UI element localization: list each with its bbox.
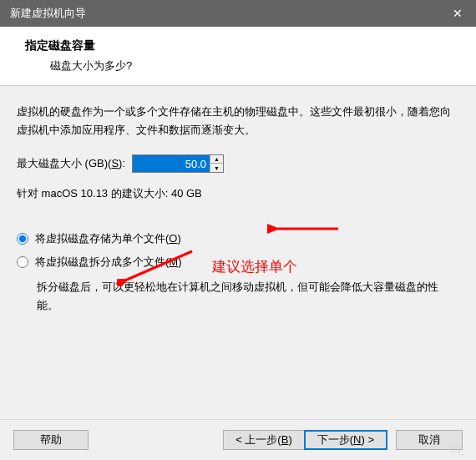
radio-split-files[interactable]: 将虚拟磁盘拆分成多个文件(M) [17,255,459,270]
button-bar: 帮助 < 上一步(B) 下一步(N) > 取消 [0,419,476,460]
suggested-size-text: 针对 macOS 10.13 的建议大小: 40 GB [17,186,459,201]
spinner-down-icon[interactable]: ▼ [210,164,223,172]
help-button[interactable]: 帮助 [13,430,89,450]
radio-split-files-input[interactable] [17,256,28,268]
title-bar: 新建虚拟机向导 ✕ [0,0,476,27]
disk-size-spinner: ▲ ▼ [132,154,224,173]
disk-size-row: 最大磁盘大小 (GB)(S): ▲ ▼ [17,154,459,173]
radio-single-file-input[interactable] [17,233,28,245]
cancel-button[interactable]: 取消 [396,430,463,450]
storage-option-group: 将虚拟磁盘存储为单个文件(O) 将虚拟磁盘拆分成多个文件(M) 拆分磁盘后，可以… [17,231,459,315]
page-title: 指定磁盘容量 [25,38,459,53]
split-description: 拆分磁盘后，可以更轻松地在计算机之间移动虚拟机，但可能会降低大容量磁盘的性能。 [37,278,459,315]
back-button[interactable]: < 上一步(B) [223,430,305,450]
radio-split-files-label: 将虚拟磁盘拆分成多个文件(M) [35,255,182,270]
disk-size-input[interactable] [133,155,210,172]
disk-size-label: 最大磁盘大小 (GB)(S): [17,156,125,171]
wizard-header: 指定磁盘容量 磁盘大小为多少? [0,27,476,86]
next-button[interactable]: 下一步(N) > [304,430,387,450]
page-subtitle: 磁盘大小为多少? [50,58,459,73]
close-icon[interactable]: ✕ [438,0,476,27]
radio-single-file[interactable]: 将虚拟磁盘存储为单个文件(O) [17,231,459,246]
radio-single-file-label: 将虚拟磁盘存储为单个文件(O) [35,231,181,246]
content-area: 虚拟机的硬盘作为一个或多个文件存储在主机的物理磁盘中。这些文件最初很小，随着您向… [0,86,476,437]
spinner-buttons: ▲ ▼ [210,155,223,172]
window-title: 新建虚拟机向导 [10,6,86,21]
description-text: 虚拟机的硬盘作为一个或多个文件存储在主机的物理磁盘中。这些文件最初很小，随着您向… [17,103,459,139]
spinner-up-icon[interactable]: ▲ [210,155,223,164]
